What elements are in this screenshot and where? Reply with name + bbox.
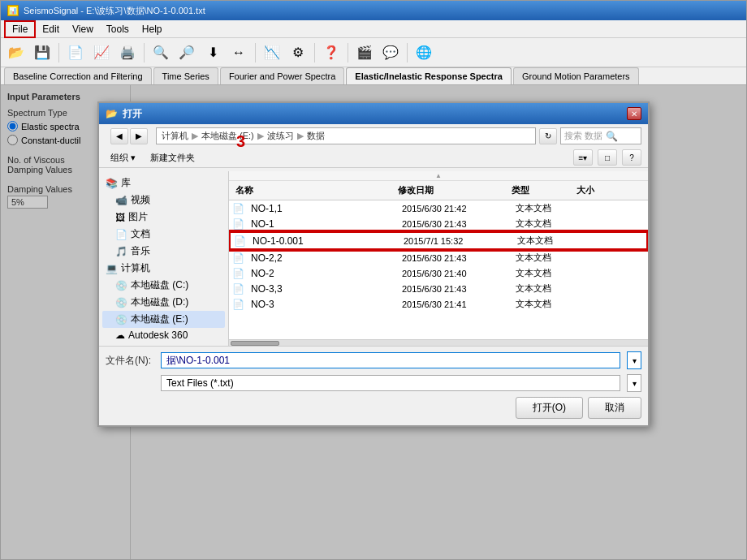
menu-view[interactable]: View bbox=[66, 22, 100, 37]
file-date: 2015/6/30 21:40 bbox=[402, 269, 516, 278]
cancel-btn[interactable]: 取消 bbox=[588, 397, 641, 419]
tab-fourier[interactable]: Fourier and Power Spectra bbox=[220, 67, 344, 84]
separator-4 bbox=[314, 43, 315, 62]
tabs-bar: Baseline Correction and Filtering Time S… bbox=[1, 67, 746, 85]
documents-icon: 📄 bbox=[115, 229, 127, 240]
dialog-body: 📚 库 📹 视频 🖼 图片 📄 文档 bbox=[99, 171, 648, 346]
refresh-btn[interactable]: ↔ bbox=[227, 41, 251, 64]
filetype-row: ▾ bbox=[106, 374, 641, 392]
app-title: SeismoSignal - E:\波练习\数据\NO-1-0.001.txt bbox=[24, 5, 205, 17]
video-icon: 📹 bbox=[115, 195, 127, 206]
signal-btn[interactable]: 📈 bbox=[89, 41, 114, 64]
zoom-out-btn[interactable]: 🔎 bbox=[175, 41, 199, 64]
settings-btn[interactable]: ⚙ bbox=[286, 41, 310, 64]
search-box: 搜索 数据 🔍 bbox=[560, 127, 641, 144]
file-row[interactable]: 📄 NO-1 2015/6/30 21:43 文本文档 bbox=[229, 216, 648, 231]
file-row[interactable]: 📄 NO-3 2015/6/30 21:41 文本文档 bbox=[229, 296, 648, 312]
col-header-type[interactable]: 类型 bbox=[505, 183, 570, 198]
view-icons-btn[interactable]: □ bbox=[598, 149, 617, 166]
file-row[interactable]: 📄 NO-1,1 2015/6/30 21:42 文本文档 bbox=[229, 200, 648, 216]
h-scroll-thumb[interactable] bbox=[231, 341, 279, 346]
tab-elastic[interactable]: Elastic/Inelastic Response Spectra bbox=[346, 67, 512, 84]
separator-1 bbox=[58, 43, 59, 62]
path-arrow-2: ▶ bbox=[257, 131, 264, 141]
help-info-btn[interactable]: ? bbox=[622, 149, 641, 166]
tab-timeseries[interactable]: Time Series bbox=[153, 67, 218, 84]
file-row[interactable]: 📄 NO-2 2015/6/30 21:40 文本文档 bbox=[229, 265, 648, 281]
nav-tree-library[interactable]: 📚 库 bbox=[102, 174, 225, 192]
file-type: 文本文档 bbox=[516, 282, 581, 295]
refresh-addr-btn[interactable]: ↻ bbox=[539, 128, 557, 144]
library-icon: 📚 bbox=[106, 178, 118, 189]
file-row[interactable]: 📄 NO-1-0.001 2015/7/1 15:32 文本文档 bbox=[229, 231, 648, 250]
filename-row: 文件名(N): ▾ bbox=[106, 351, 641, 369]
nav-tree-documents[interactable]: 📄 文档 bbox=[102, 226, 225, 243]
file-name: NO-3 bbox=[248, 299, 402, 310]
file-row[interactable]: 📄 NO-3,3 2015/6/30 21:43 文本文档 bbox=[229, 281, 648, 296]
nav-tree-autodesk[interactable]: ☁ Autodesk 360 bbox=[102, 328, 225, 342]
autodesk-icon: ☁ bbox=[115, 330, 125, 341]
menu-edit[interactable]: Edit bbox=[36, 22, 66, 37]
path-folder1: 波练习 bbox=[267, 130, 294, 142]
file-type: 文本文档 bbox=[516, 298, 581, 310]
filename-input[interactable] bbox=[161, 352, 620, 368]
help-btn[interactable]: ❓ bbox=[319, 41, 343, 64]
nav-tree-disk-e[interactable]: 💿 本地磁盘 (E:) bbox=[102, 311, 225, 328]
page-btn[interactable]: 📄 bbox=[63, 41, 88, 64]
nav-tree-pictures[interactable]: 🖼 图片 bbox=[102, 209, 225, 226]
col-header-date[interactable]: 修改日期 bbox=[391, 183, 505, 198]
dialog-close-btn[interactable]: ✕ bbox=[627, 107, 641, 120]
view-list-btn[interactable]: ≡▾ bbox=[573, 149, 593, 166]
open-btn[interactable]: 打开(O) bbox=[516, 397, 583, 419]
down-btn[interactable]: ⬇ bbox=[201, 41, 225, 64]
new-folder-btn[interactable]: 新建文件夹 bbox=[145, 150, 200, 166]
print-btn[interactable]: 🖨️ bbox=[115, 41, 140, 64]
file-open-dialog: 📂 打开 ✕ ◀ ▶ 计算机 ▶ 本地磁盘 (E:) ▶ bbox=[97, 101, 650, 427]
separator-3 bbox=[255, 43, 256, 62]
zoom-in-btn[interactable]: 🔍 bbox=[149, 41, 173, 64]
chart-btn[interactable]: 📉 bbox=[260, 41, 284, 64]
col-header-size[interactable]: 大小 bbox=[570, 183, 619, 198]
open-folder-btn[interactable]: 📂 bbox=[4, 41, 28, 64]
file-icon: 📄 bbox=[234, 235, 246, 247]
file-icon: 📄 bbox=[232, 283, 244, 295]
menu-tools[interactable]: Tools bbox=[100, 22, 136, 37]
computer-label: 计算机 bbox=[121, 261, 150, 275]
organize-btn[interactable]: 组织 ▾ bbox=[106, 150, 140, 166]
path-computer: 计算机 bbox=[162, 130, 188, 142]
nav-tree-video[interactable]: 📹 视频 bbox=[102, 192, 225, 209]
separator-5 bbox=[348, 43, 348, 62]
nav-tree-computer[interactable]: 💻 计算机 bbox=[102, 260, 225, 277]
globe-btn[interactable]: 🌐 bbox=[412, 41, 436, 64]
dialog-title-text: 📂 打开 bbox=[106, 107, 142, 121]
media-btn[interactable]: 🎬 bbox=[352, 41, 377, 64]
nav-forward-btn[interactable]: ▶ bbox=[130, 128, 148, 144]
h-scrollbar[interactable] bbox=[229, 339, 648, 346]
nav-back-btn[interactable]: ◀ bbox=[110, 128, 128, 144]
filetype-dropdown-btn[interactable]: ▾ bbox=[627, 374, 641, 392]
nav-tree-music[interactable]: 🎵 音乐 bbox=[102, 243, 225, 260]
media2-btn[interactable]: 💬 bbox=[378, 41, 403, 64]
path-disk-e: 本地磁盘 (E:) bbox=[201, 130, 254, 142]
file-icon: 📄 bbox=[232, 218, 244, 230]
file-icon: 📄 bbox=[232, 299, 244, 310]
library-label: 库 bbox=[121, 176, 131, 190]
nav-tree-disk-c[interactable]: 💿 本地磁盘 (C:) bbox=[102, 277, 225, 294]
address-path[interactable]: 计算机 ▶ 本地磁盘 (E:) ▶ 波练习 ▶ 数据 bbox=[156, 127, 536, 144]
file-date: 2015/7/1 15:32 bbox=[404, 236, 517, 246]
search-icon[interactable]: 🔍 bbox=[606, 131, 618, 142]
file-row[interactable]: 📄 NO-2,2 2015/6/30 21:43 文本文档 bbox=[229, 250, 648, 265]
save-btn[interactable]: 💾 bbox=[30, 41, 54, 64]
filename-dropdown-btn[interactable]: ▾ bbox=[627, 351, 641, 369]
file-name: NO-1-0.001 bbox=[249, 235, 404, 247]
file-date: 2015/6/30 21:42 bbox=[402, 204, 516, 213]
file-type: 文本文档 bbox=[516, 218, 581, 230]
tab-ground[interactable]: Ground Motion Parameters bbox=[513, 67, 639, 84]
nav-tree-disk-d[interactable]: 💿 本地磁盘 (D:) bbox=[102, 294, 225, 311]
tab-baseline[interactable]: Baseline Correction and Filtering bbox=[4, 67, 152, 84]
toolbar: 📂 💾 📄 📈 🖨️ 🔍 🔎 ⬇ ↔ 📉 ⚙ ❓ 🎬 💬 🌐 bbox=[1, 38, 746, 67]
menu-file[interactable]: File bbox=[4, 20, 36, 38]
filetype-input[interactable] bbox=[161, 375, 620, 391]
menu-help[interactable]: Help bbox=[136, 22, 169, 37]
col-header-name[interactable]: 名称 bbox=[229, 183, 391, 198]
